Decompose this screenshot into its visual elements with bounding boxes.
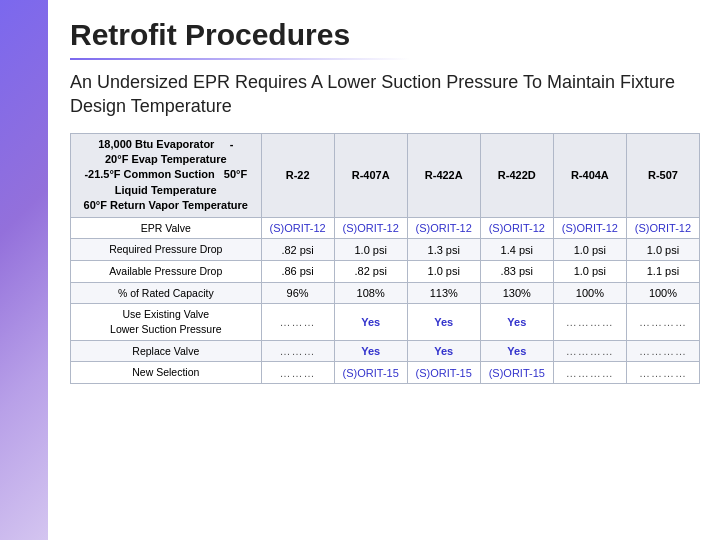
table-header-info: 18,000 Btu Evaporator - 20°F Evap Temper… [71,133,262,217]
table-cell: ……… [261,304,334,340]
table-cell: 1.0 psi [553,239,626,261]
table-cell: .83 psi [480,260,553,282]
title-underline [70,58,410,60]
table-cell: 1.3 psi [407,239,480,261]
table-cell: 100% [626,282,699,304]
table-cell: 1.0 psi [626,239,699,261]
table-row: Use Existing ValveLower Suction Pressure… [71,304,700,340]
table-cell: ………… [626,362,699,384]
table-cell: ……… [261,362,334,384]
table-cell: ………… [553,340,626,362]
row-label: Required Pressure Drop [71,239,262,261]
table-cell: 100% [553,282,626,304]
table-cell: (S)ORIT-12 [261,217,334,239]
col-header-r404a: R-404A [553,133,626,217]
table-cell: 1.4 psi [480,239,553,261]
header-line5: 60°F Return Vapor Temperature [84,199,248,211]
header-line4: Liquid Temperature [115,184,217,196]
subtitle: An Undersized EPR Requires A Lower Sucti… [70,70,700,119]
table-cell: ……… [261,340,334,362]
col-header-r507: R-507 [626,133,699,217]
table-cell: 96% [261,282,334,304]
row-label: Available Pressure Drop [71,260,262,282]
row-label: Use Existing ValveLower Suction Pressure [71,304,262,340]
table-cell: (S)ORIT-15 [334,362,407,384]
table-row: % of Rated Capacity96%108%113%130%100%10… [71,282,700,304]
col-header-r22: R-22 [261,133,334,217]
table-cell: (S)ORIT-15 [480,362,553,384]
table-cell: Yes [334,304,407,340]
data-table: 18,000 Btu Evaporator - 20°F Evap Temper… [70,133,700,384]
header-line2: 20°F Evap Temperature [105,153,227,165]
page-title: Retrofit Procedures [70,18,700,52]
col-header-r422d: R-422D [480,133,553,217]
table-cell: ………… [553,304,626,340]
table-row: EPR Valve(S)ORIT-12(S)ORIT-12(S)ORIT-12(… [71,217,700,239]
table-cell: (S)ORIT-15 [407,362,480,384]
table-cell: Yes [407,304,480,340]
table-cell: ………… [626,340,699,362]
table-row: Replace Valve………YesYesYes…………………… [71,340,700,362]
table-cell: (S)ORIT-12 [334,217,407,239]
table-cell: .82 psi [261,239,334,261]
table-cell: ………… [626,304,699,340]
row-label: New Selection [71,362,262,384]
table-cell: (S)ORIT-12 [626,217,699,239]
header-line1: 18,000 Btu Evaporator - [98,138,233,150]
table-cell: (S)ORIT-12 [553,217,626,239]
table-cell: 1.0 psi [553,260,626,282]
table-row: New Selection………(S)ORIT-15(S)ORIT-15(S)O… [71,362,700,384]
table-cell: (S)ORIT-12 [407,217,480,239]
row-label: Replace Valve [71,340,262,362]
row-label: % of Rated Capacity [71,282,262,304]
table-cell: Yes [480,304,553,340]
decorative-ribbon [0,0,48,540]
table-cell: 1.0 psi [407,260,480,282]
table-cell: 113% [407,282,480,304]
table-cell: Yes [480,340,553,362]
table-cell: (S)ORIT-12 [480,217,553,239]
col-header-r407a: R-407A [334,133,407,217]
header-line3: -21.5°F Common Suction 50°F [84,168,247,180]
table-row: Required Pressure Drop.82 psi1.0 psi1.3 … [71,239,700,261]
table-cell: Yes [334,340,407,362]
table-cell: 108% [334,282,407,304]
row-label: EPR Valve [71,217,262,239]
table-cell: 1.0 psi [334,239,407,261]
table-cell: Yes [407,340,480,362]
table-cell: ………… [553,362,626,384]
table-cell: 130% [480,282,553,304]
table-cell: 1.1 psi [626,260,699,282]
col-header-r422a: R-422A [407,133,480,217]
table-row: Available Pressure Drop.86 psi.82 psi1.0… [71,260,700,282]
table-cell: .82 psi [334,260,407,282]
table-cell: .86 psi [261,260,334,282]
